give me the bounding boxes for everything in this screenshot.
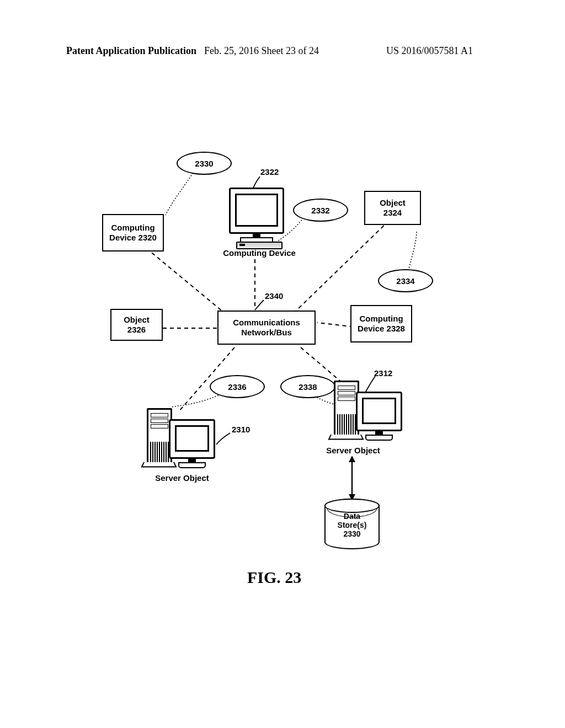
bubble-2336: 2336 — [210, 375, 265, 398]
server-object-left-label: Server Object — [149, 473, 215, 483]
page-root: Patent Application Publication Feb. 25, … — [0, 0, 565, 728]
ref-2310: 2310 — [232, 425, 250, 434]
box-object-2324: Object 2324 — [364, 191, 421, 225]
svg-line-0 — [146, 248, 226, 314]
data-store-icon: Data Store(s) 2330 — [324, 499, 380, 549]
box-comm-network-l1: Communications — [233, 318, 300, 328]
svg-line-1 — [295, 221, 389, 312]
ref-2322: 2322 — [260, 167, 279, 176]
computing-device-icon — [229, 188, 284, 244]
box-comm-network-l2: Network/Bus — [241, 328, 292, 338]
arrow-up-icon — [349, 456, 355, 462]
ref-2340: 2340 — [265, 291, 283, 301]
bubble-2338: 2338 — [280, 375, 335, 398]
bubble-2334: 2334 — [378, 269, 433, 292]
box-computing-device-2328-label: Computing Device 2328 — [354, 314, 408, 334]
bubble-2330: 2330 — [177, 152, 232, 175]
box-computing-device-2328: Computing Device 2328 — [350, 305, 412, 342]
server-right-monitor-icon — [356, 392, 402, 441]
box-object-2326: Object 2326 — [110, 309, 163, 341]
computing-device-label: Computing Device — [215, 248, 303, 258]
box-computing-device-2320-label: Computing Device 2320 — [106, 223, 160, 243]
data-store-l3: 2330 — [326, 529, 379, 538]
figure-label: FIG. 23 — [247, 568, 301, 587]
header-center: Feb. 25, 2016 Sheet 23 of 24 — [204, 45, 319, 57]
box-object-2324-l2: 2324 — [383, 208, 402, 218]
server-object-right-label: Server Object — [315, 446, 392, 455]
diagram-area: 2330 2332 2334 2336 2338 Computing Devic… — [110, 138, 441, 557]
box-computing-device-2320: Computing Device 2320 — [102, 214, 164, 251]
data-store-l2: Store(s) — [326, 521, 379, 529]
box-comm-network: Communications Network/Bus — [217, 311, 316, 345]
box-object-2326-l1: Object — [124, 315, 150, 325]
header-right: US 2016/0057581 A1 — [386, 45, 473, 57]
box-object-2326-l2: 2326 — [127, 325, 146, 335]
header-left: Patent Application Publication — [66, 45, 196, 57]
server-left-monitor-icon — [169, 419, 215, 468]
ref-2312: 2312 — [374, 368, 392, 378]
box-object-2324-l1: Object — [380, 198, 406, 208]
bubble-2332: 2332 — [293, 199, 348, 222]
